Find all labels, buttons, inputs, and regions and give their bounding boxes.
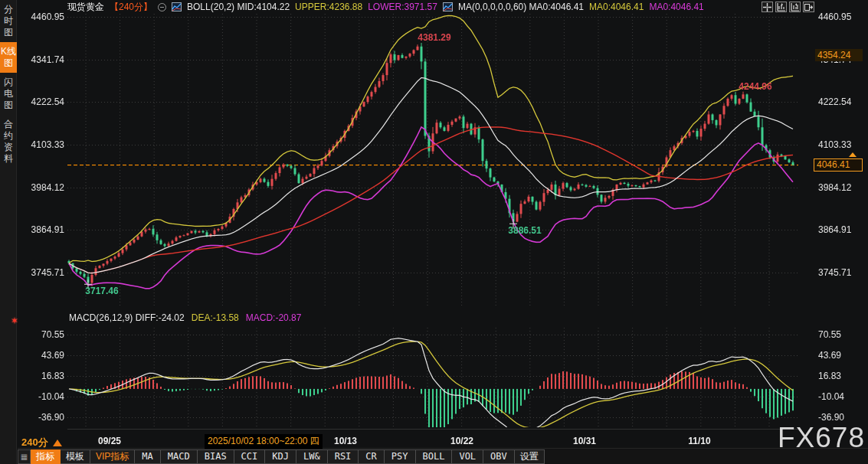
chart-canvas[interactable] xyxy=(0,0,868,464)
macd-axis-label: 70.55 xyxy=(818,329,841,340)
footer-tab-MACD[interactable]: MACD xyxy=(161,449,198,464)
boll-upper-value: UPPER:4236.88 xyxy=(295,2,362,12)
timeframe-label[interactable]: 240分 xyxy=(21,436,62,449)
macd-axis-label: 70.55 xyxy=(23,329,64,340)
price-annotation: 4244.96 xyxy=(739,81,771,92)
chart-header: 现货黄金 【240分】 BOLL(20,2) MID:4104.22 UPPER… xyxy=(20,0,868,14)
timeframe-arrow-icon xyxy=(53,439,62,446)
price-axis-label: 3864.91 xyxy=(23,224,64,235)
sidebar-item-2[interactable]: 闪电图 xyxy=(0,73,17,115)
macd-axis-label: 16.83 xyxy=(818,371,841,381)
price-axis-label: 3864.91 xyxy=(818,224,851,235)
zoom-out-icon[interactable] xyxy=(789,2,801,12)
macd-axis-label: 16.83 xyxy=(23,371,64,381)
macd-axis-label: -10.04 xyxy=(23,391,64,402)
macd-axis-label: -36.90 xyxy=(818,412,844,423)
footer-tab-模板[interactable]: 模板 xyxy=(61,449,90,464)
sidebar-item-3[interactable]: 合约资料 xyxy=(0,115,17,168)
pan-right-icon[interactable] xyxy=(803,2,814,12)
boll-lower-value: LOWER:3971.57 xyxy=(368,2,437,12)
ma0-magenta-value: MA0:4046.41 xyxy=(649,2,703,12)
sidebar-item-1[interactable]: K线图 xyxy=(0,42,17,73)
footer-tab-指标[interactable]: 指标 xyxy=(31,449,61,464)
footer-tab-设置[interactable]: 设置 xyxy=(515,449,545,464)
crosshair-icon[interactable] xyxy=(762,2,773,12)
layout-grid-icon[interactable]: ▦ xyxy=(18,449,31,464)
footer-tab-VIP指标[interactable]: VIP指标 xyxy=(90,449,135,464)
bar-tooltip: 2025/10/02 18:00~22:00 四 xyxy=(205,434,323,449)
price-axis-label: 3745.71 xyxy=(818,267,851,278)
footer-tab-MA[interactable]: MA xyxy=(135,449,160,464)
time-axis-label: 10/22 xyxy=(450,436,473,446)
footer-tab-BIAS[interactable]: BIAS xyxy=(198,449,234,464)
footer-tab-RSI[interactable]: RSI xyxy=(328,449,359,464)
time-axis-label: 11/10 xyxy=(688,436,710,446)
boll-values: BOLL(20,2) MID:4104.22 xyxy=(187,2,290,12)
price-up-arrow-icon xyxy=(849,152,857,157)
price-axis-label: 4103.33 xyxy=(23,139,64,150)
chart-toolbar xyxy=(762,2,814,12)
price-axis-label: 3984.12 xyxy=(818,182,851,193)
macd-axis-label: -36.90 xyxy=(23,412,64,423)
indicator-toolbar: ▦ 指标模板VIP指标MAMACDBIASCCIKDJLW&RSICRPSYBO… xyxy=(18,449,868,464)
price-axis-label: 3745.71 xyxy=(23,267,64,278)
boll-indicator-icon[interactable] xyxy=(172,2,182,11)
price-axis-label: 3984.12 xyxy=(23,182,64,193)
ma-indicator-icon[interactable] xyxy=(443,2,453,11)
footer-tab-LW&[interactable]: LW& xyxy=(296,449,328,464)
trading-app-window: 分时图K线图闪电图合约资料 ✶ 现货黄金 【240分】 BOLL(20,2) M… xyxy=(0,0,868,464)
current-price-badge: 4046.41 xyxy=(814,158,863,172)
period-label: 【240分】 xyxy=(110,1,152,14)
footer-tab-PSY[interactable]: PSY xyxy=(385,449,416,464)
symbol-name: 现货黄金 xyxy=(67,1,104,14)
macd-axis-label: -10.04 xyxy=(818,391,844,402)
collapse-icon[interactable] xyxy=(158,3,166,11)
macd-dea-value: DEA:-13.58 xyxy=(192,312,239,323)
alert-price-badge: 4354.24 xyxy=(815,49,863,61)
sidebar-item-0[interactable]: 分时图 xyxy=(0,0,17,42)
macd-axis-label: 43.69 xyxy=(23,350,64,361)
time-axis-label: 10/13 xyxy=(334,436,357,446)
price-annotation: 3886.51 xyxy=(508,225,541,236)
footer-tab-CR[interactable]: CR xyxy=(359,449,384,464)
sidebar: 分时图K线图闪电图合约资料 xyxy=(0,0,17,464)
price-axis-label: 4341.74 xyxy=(23,54,64,65)
price-axis-label: 4222.54 xyxy=(23,96,64,107)
footer-tab-KDJ[interactable]: KDJ xyxy=(265,449,296,464)
ma0-yellow-value: MA0:4046.41 xyxy=(589,2,644,12)
footer-tab-BOLL[interactable]: BOLL xyxy=(416,449,453,464)
price-axis-label: 4222.54 xyxy=(818,96,851,107)
indicator-alert-icon[interactable]: ✶ xyxy=(11,315,18,326)
ma-values: MA(0,0,0,0,0,60) MA0:4046.41 xyxy=(458,2,584,12)
time-axis-label: 10/31 xyxy=(573,436,596,446)
macd-axis-label: 43.69 xyxy=(818,350,841,361)
zoom-in-icon[interactable] xyxy=(775,2,787,12)
footer-tab-VOL[interactable]: VOL xyxy=(452,449,483,464)
footer-tab-OBV[interactable]: OBV xyxy=(483,449,515,464)
footer-tab-CCI[interactable]: CCI xyxy=(234,449,266,464)
macd-value: MACD:-20.87 xyxy=(246,312,302,323)
time-axis-label: 09/25 xyxy=(98,436,121,446)
time-axis: 240分 09/2510/1310/2210/3111/10 2025/10/0… xyxy=(18,433,868,449)
price-axis-label: 4103.33 xyxy=(818,139,851,150)
price-annotation: 3717.46 xyxy=(85,286,118,296)
macd-diff-value: MACD(26,12,9) DIFF:-24.02 xyxy=(69,312,185,323)
price-annotation: 4381.29 xyxy=(418,32,450,43)
macd-header: MACD(26,12,9) DIFF:-24.02 DEA:-13.58 MAC… xyxy=(69,312,301,323)
